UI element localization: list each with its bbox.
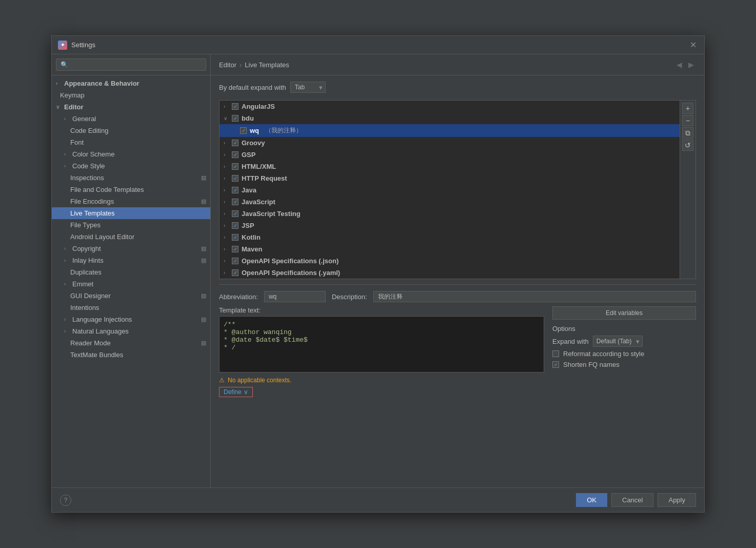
group-checkbox[interactable]: ✓: [232, 258, 238, 264]
sidebar-item-intentions[interactable]: Intentions: [52, 302, 210, 314]
sidebar-item-appearance[interactable]: › Appearance & Behavior: [52, 77, 210, 89]
help-button[interactable]: ?: [60, 495, 71, 506]
template-item-wq[interactable]: ✓ wq （我的注释）: [220, 124, 680, 137]
template-group-openapi-json[interactable]: › ✓ OpenAPI Specifications (.json): [220, 255, 680, 267]
edit-variables-button[interactable]: Edit variables: [552, 306, 696, 320]
sidebar-item-keymap[interactable]: Keymap: [52, 89, 210, 101]
sidebar-item-live-templates[interactable]: Live Templates: [52, 207, 210, 219]
back-button[interactable]: ◀: [674, 60, 684, 70]
search-input[interactable]: [56, 58, 206, 71]
reformat-checkbox[interactable]: [552, 350, 559, 357]
copy-template-button[interactable]: ⧉: [682, 127, 693, 139]
desc-input[interactable]: [373, 291, 696, 302]
forward-button[interactable]: ▶: [686, 60, 696, 70]
ok-button[interactable]: OK: [576, 493, 607, 507]
sidebar-item-gui-designer[interactable]: GUI Designer ▤: [52, 290, 210, 302]
sidebar-item-color-scheme[interactable]: › Color Scheme: [52, 148, 210, 160]
group-checkbox[interactable]: ✓: [232, 222, 238, 229]
sidebar-item-file-types[interactable]: File Types: [52, 219, 210, 231]
group-checkbox[interactable]: ✓: [232, 140, 238, 146]
close-button[interactable]: ✕: [690, 41, 698, 49]
group-checkbox[interactable]: ✓: [232, 269, 238, 276]
sidebar-item-editor[interactable]: ∨ Editor: [52, 101, 210, 113]
group-arrow-icon: ›: [224, 234, 229, 240]
template-text-area[interactable]: /** * @author wanqing * @date $date$ $ti…: [219, 316, 544, 373]
group-arrow-icon: ›: [224, 104, 229, 109]
template-group-bdu[interactable]: ∨ ✓ bdu: [220, 112, 680, 124]
sidebar-item-inlay-hints[interactable]: › Inlay Hints ▤: [52, 255, 210, 266]
sidebar-item-font[interactable]: Font: [52, 136, 210, 148]
sidebar-item-copyright[interactable]: › Copyright ▤: [52, 243, 210, 255]
template-group-java[interactable]: › ✓ Java: [220, 184, 680, 196]
sidebar-item-code-editing[interactable]: Code Editing: [52, 125, 210, 136]
remove-template-button[interactable]: −: [682, 115, 693, 126]
template-group-angularjs[interactable]: › ✓ AngularJS: [220, 101, 680, 112]
template-group-jsp[interactable]: › ✓ JSP: [220, 220, 680, 231]
item-description: （我的注释）: [265, 126, 302, 135]
group-checkbox[interactable]: ✓: [232, 234, 238, 241]
template-group-maven[interactable]: › ✓ Maven: [220, 243, 680, 255]
group-checkbox[interactable]: ✓: [232, 115, 238, 122]
template-group-openapi-yaml[interactable]: › ✓ OpenAPI Specifications (.yaml): [220, 267, 680, 279]
sidebar-item-file-code-templates[interactable]: File and Code Templates: [52, 184, 210, 195]
template-group-groovy[interactable]: › ✓ Groovy: [220, 137, 680, 149]
group-arrow-icon: ›: [224, 270, 229, 276]
group-checkbox[interactable]: ✓: [232, 246, 238, 252]
expand-dropdown[interactable]: Tab Enter Space: [290, 82, 326, 93]
sidebar-item-code-style[interactable]: › Code Style: [52, 160, 210, 172]
define-button[interactable]: Define ∨: [219, 387, 253, 397]
group-checkbox[interactable]: ✓: [232, 210, 238, 217]
template-group-javascript[interactable]: › ✓ JavaScript: [220, 196, 680, 208]
restore-template-button[interactable]: ↺: [682, 140, 693, 151]
cancel-button[interactable]: Cancel: [611, 493, 653, 507]
sidebar-item-label: Language Injections: [72, 316, 132, 323]
group-checkbox[interactable]: ✓: [232, 175, 238, 182]
shorten-checkbox[interactable]: [552, 361, 559, 368]
sidebar-item-label: File and Code Templates: [70, 186, 144, 193]
group-label: OpenAPI Specifications (.yaml): [242, 269, 340, 277]
template-group-http[interactable]: › ✓ HTTP Request: [220, 172, 680, 184]
add-template-button[interactable]: +: [682, 103, 693, 114]
sidebar-item-duplicates[interactable]: Duplicates: [52, 266, 210, 278]
sidebar-item-reader-mode[interactable]: Reader Mode ▤: [52, 337, 210, 349]
sidebar-item-file-encodings[interactable]: File Encodings ▤: [52, 195, 210, 207]
templates-list: › ✓ AngularJS ∨ ✓ bdu ✓: [219, 100, 680, 279]
badge-icon: ▤: [201, 245, 206, 252]
app-icon: ✦: [58, 41, 67, 50]
expand-with-dropdown[interactable]: Default (Tab) Tab Enter Space: [593, 336, 643, 347]
sidebar-item-label: Inspections: [70, 174, 104, 182]
group-arrow-icon: ›: [224, 223, 229, 228]
nav-arrows: ◀ ▶: [674, 60, 696, 70]
sidebar-item-language-injections[interactable]: › Language Injections ▤: [52, 314, 210, 325]
sidebar-item-label: Font: [70, 139, 84, 146]
group-arrow-icon: ›: [224, 175, 229, 181]
group-checkbox[interactable]: ✓: [232, 151, 238, 158]
sidebar-item-emmet[interactable]: › Emmet: [52, 278, 210, 290]
template-group-javascript-testing[interactable]: › ✓ JavaScript Testing: [220, 208, 680, 220]
item-checkbox[interactable]: ✓: [240, 127, 247, 134]
sidebar-item-natural-languages[interactable]: › Natural Languages: [52, 325, 210, 337]
group-arrow-icon: ›: [224, 211, 229, 217]
sidebar-item-general[interactable]: › General: [52, 113, 210, 125]
search-box: [52, 54, 210, 75]
settings-dialog: ✦ Settings ✕ › Appearance & Behavior Key…: [51, 35, 705, 513]
template-group-kotlin[interactable]: › ✓ Kotlin: [220, 231, 680, 243]
sidebar-item-label: Android Layout Editor: [70, 233, 134, 241]
group-label: HTML/XML: [242, 163, 276, 170]
group-checkbox[interactable]: ✓: [232, 103, 238, 110]
group-checkbox[interactable]: ✓: [232, 199, 238, 205]
group-checkbox[interactable]: ✓: [232, 163, 238, 170]
group-checkbox[interactable]: ✓: [232, 187, 238, 193]
title-bar-left: ✦ Settings: [58, 41, 95, 50]
abbrev-input[interactable]: [264, 291, 326, 302]
group-label: OpenAPI Specifications (.json): [242, 257, 339, 265]
sidebar-item-inspections[interactable]: Inspections ▤: [52, 172, 210, 184]
sidebar-item-android-layout[interactable]: Android Layout Editor: [52, 231, 210, 243]
group-label: Java: [242, 186, 256, 194]
apply-button[interactable]: Apply: [658, 493, 696, 507]
template-group-gsp[interactable]: › ✓ GSP: [220, 149, 680, 161]
template-group-html-xml[interactable]: › ✓ HTML/XML: [220, 161, 680, 172]
sidebar-item-textmate-bundles[interactable]: TextMate Bundles: [52, 349, 210, 361]
sidebar-item-label: Live Templates: [70, 209, 114, 217]
arrow-icon: ›: [64, 246, 69, 251]
